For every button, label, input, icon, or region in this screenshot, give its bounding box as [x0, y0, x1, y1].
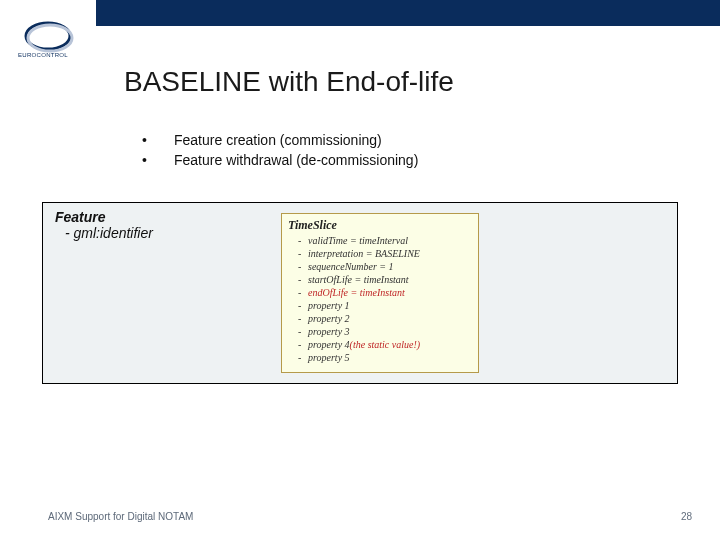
logo-text: EUROCONTROL: [18, 52, 68, 58]
bullet-item: • Feature creation (commissioning): [142, 130, 418, 150]
timeslice-row: -validTime = timeInterval: [298, 234, 472, 247]
page-title: BASELINE with End-of-life: [124, 66, 454, 98]
timeslice-row: -sequenceNumber = 1: [298, 260, 472, 273]
dash-icon: -: [298, 325, 308, 338]
timeslice-row: -interpretation = BASELINE: [298, 247, 472, 260]
timeslice-text: interpretation = BASELINE: [308, 247, 420, 260]
bullet-list: • Feature creation (commissioning) • Fea…: [142, 130, 418, 171]
dash-icon: -: [298, 273, 308, 286]
timeslice-text: property 5: [308, 351, 350, 364]
dash-icon: -: [298, 351, 308, 364]
dash-icon: -: [298, 299, 308, 312]
dash-icon: -: [298, 260, 308, 273]
bullet-dot-icon: •: [142, 130, 174, 150]
eurocontrol-logo: EUROCONTROL: [18, 20, 90, 62]
eurocontrol-logo-svg: EUROCONTROL: [18, 20, 90, 58]
dash-icon: -: [298, 247, 308, 260]
svg-point-1: [28, 25, 72, 51]
timeslice-suffix-red: (the static value!): [350, 338, 421, 351]
timeslice-row: -property 3: [298, 325, 472, 338]
bullet-text: Feature withdrawal (de-commissioning): [174, 150, 418, 170]
dash-icon: -: [298, 312, 308, 325]
timeslice-row: -property 5: [298, 351, 472, 364]
timeslice-text-red: endOfLife = timeInstant: [308, 286, 405, 299]
timeslice-text: sequenceNumber = 1: [308, 260, 394, 273]
timeslice-text: property 4: [308, 338, 350, 351]
header-bar: [96, 0, 720, 26]
bullet-text: Feature creation (commissioning): [174, 130, 382, 150]
timeslice-row: -property 1: [298, 299, 472, 312]
timeslice-text: property 2: [308, 312, 350, 325]
dash-icon: -: [298, 338, 308, 351]
timeslice-text: startOfLife = timeInstant: [308, 273, 409, 286]
timeslice-row: -property 2: [298, 312, 472, 325]
timeslice-text: property 1: [308, 299, 350, 312]
feature-box: Feature - gml:identifier TimeSlice -vali…: [42, 202, 678, 384]
dash-icon: -: [298, 286, 308, 299]
timeslice-row: -startOfLife = timeInstant: [298, 273, 472, 286]
footer-text: AIXM Support for Digital NOTAM: [48, 511, 193, 522]
bullet-item: • Feature withdrawal (de-commissioning): [142, 150, 418, 170]
timeslice-box: TimeSlice -validTime = timeInterval -int…: [281, 213, 479, 373]
slide: EUROCONTROL BASELINE with End-of-life • …: [0, 0, 720, 540]
timeslice-text: validTime = timeInterval: [308, 234, 408, 247]
timeslice-text: property 3: [308, 325, 350, 338]
dash-icon: -: [298, 234, 308, 247]
timeslice-row: -property 4 (the static value!): [298, 338, 472, 351]
timeslice-title: TimeSlice: [288, 218, 472, 233]
timeslice-row: -endOfLife = timeInstant: [298, 286, 472, 299]
page-number: 28: [681, 511, 692, 522]
timeslice-list: -validTime = timeInterval -interpretatio…: [288, 234, 472, 364]
bullet-dot-icon: •: [142, 150, 174, 170]
